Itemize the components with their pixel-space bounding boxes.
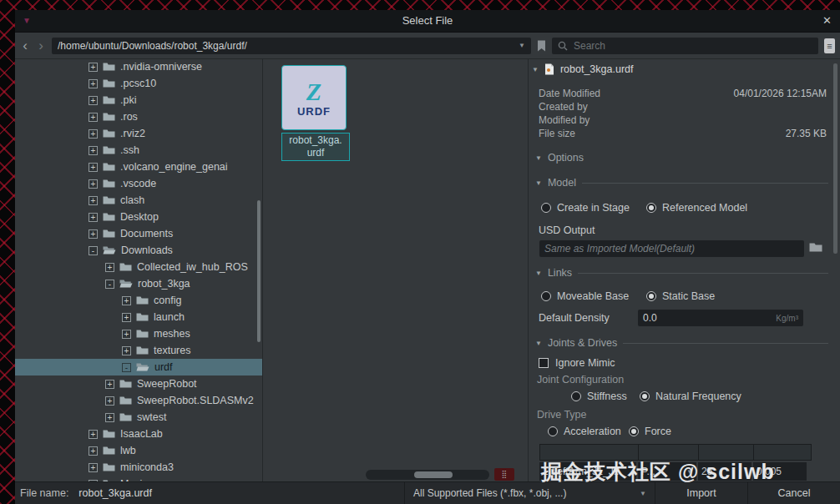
close-icon[interactable]: ✕ — [822, 14, 832, 27]
tree-item[interactable]: + Collected_iw_hub_ROS — [15, 259, 262, 275]
path-input[interactable] — [58, 40, 514, 52]
back-button[interactable]: ‹ — [20, 38, 30, 54]
tree-item[interactable]: + SweepRobot.SLDASMv2 — [15, 392, 262, 409]
tree-item[interactable]: + .rviz2 — [15, 125, 262, 142]
bookmark-icon[interactable] — [537, 40, 546, 52]
joints-drives-section-title: Joints & Drives — [548, 337, 617, 349]
tree-item[interactable]: + Documents — [15, 225, 262, 242]
tree-item[interactable]: + textures — [15, 342, 262, 359]
tree-item[interactable]: + .pki — [15, 92, 262, 108]
path-field[interactable]: ▼ — [52, 38, 531, 54]
tree-expander-icon[interactable]: + — [105, 263, 114, 272]
tree-item[interactable]: + SweepRobot — [15, 375, 262, 392]
tree-item[interactable]: + swtest — [15, 409, 262, 426]
tree-expander-icon[interactable]: + — [89, 113, 98, 122]
tree-expander-icon[interactable]: + — [89, 213, 98, 222]
tree-item[interactable]: + .volcano_engine_genai — [15, 159, 262, 175]
tree-expander-icon[interactable]: + — [89, 196, 98, 205]
collapse-icon[interactable]: ▼ — [535, 340, 542, 347]
info-label: Date Modified — [539, 88, 600, 99]
horizontal-scrollbar-handle[interactable] — [414, 471, 453, 478]
browse-folder-icon[interactable] — [809, 242, 822, 253]
tree-expander-icon[interactable]: + — [89, 446, 98, 456]
collapse-icon[interactable]: ▼ — [535, 154, 542, 162]
usd-output-field[interactable] — [539, 240, 804, 257]
tree-item[interactable]: + Desktop — [15, 209, 262, 225]
tree-expander-icon[interactable]: + — [122, 346, 131, 355]
tree-item[interactable]: + clash — [15, 192, 262, 209]
tree-scrollbar[interactable] — [257, 200, 261, 342]
radio-option[interactable]: Acceleration — [548, 426, 629, 437]
forward-button[interactable]: › — [36, 38, 46, 54]
file-name-value[interactable]: robot_3kga.urdf — [78, 487, 404, 499]
radio-option[interactable]: Static Base — [646, 290, 715, 302]
selected-file-header[interactable]: ▼ robot_3kga.urdf — [532, 63, 633, 75]
collapse-icon[interactable]: ▼ — [535, 179, 542, 187]
tree-item[interactable]: - robot_3kga — [15, 275, 262, 292]
usd-output-input[interactable] — [544, 243, 799, 255]
folder-icon — [103, 62, 115, 72]
view-options-button[interactable]: ≡ — [824, 38, 835, 53]
model-section-header[interactable]: ▼ Model — [535, 177, 828, 189]
radio-option[interactable]: Create in Stage — [541, 202, 646, 214]
radio-icon — [541, 203, 551, 213]
tree-item[interactable]: + lwb — [15, 442, 262, 459]
search-input[interactable] — [574, 40, 812, 52]
tree-expander-icon[interactable]: + — [89, 179, 98, 189]
tree-expander-icon[interactable]: + — [89, 430, 98, 439]
tree-expander-icon[interactable]: + — [122, 313, 131, 322]
horizontal-scrollbar[interactable] — [366, 470, 489, 480]
tree-expander-icon[interactable]: + — [89, 129, 98, 139]
tree-item[interactable]: - urdf — [15, 359, 262, 375]
tree-expander-icon[interactable]: - — [89, 246, 98, 255]
links-section-header[interactable]: ▼ Links — [535, 267, 828, 279]
tree-item[interactable]: + .pcsc10 — [15, 75, 262, 92]
tree-item[interactable]: + .vscode — [15, 175, 262, 192]
tree-expander-icon[interactable]: + — [105, 380, 114, 389]
tree-expander-icon[interactable]: + — [89, 96, 98, 105]
tree-expander-icon[interactable]: + — [105, 413, 114, 422]
file-card-robot-3kga-urdf[interactable]: Z URDF robot_3kga. urdf — [281, 65, 350, 161]
tree-expander-icon[interactable]: + — [122, 330, 131, 339]
tree-expander-icon[interactable]: - — [105, 280, 114, 289]
radio-label: Natural Frequency — [655, 391, 741, 402]
folder-icon — [103, 229, 115, 239]
tree-expander-icon[interactable]: + — [89, 79, 98, 88]
tree-expander-icon[interactable]: - — [122, 363, 131, 372]
tree-item[interactable]: + config — [15, 292, 262, 309]
ignore-mimic-checkbox[interactable] — [539, 358, 549, 368]
tree-item[interactable]: + meshes — [15, 325, 262, 342]
collapse-icon[interactable]: ▼ — [535, 270, 542, 277]
grid-view-icon[interactable]: ⣿ — [494, 468, 514, 481]
tree-expander-icon[interactable]: + — [122, 296, 131, 305]
collapse-icon[interactable]: ▼ — [532, 66, 539, 73]
tree-item[interactable]: + IsaacLab — [15, 426, 262, 442]
tree-item[interactable]: + miniconda3 — [15, 459, 262, 476]
tree-item[interactable]: + launch — [15, 309, 262, 325]
tree-item[interactable]: + .ssh — [15, 142, 262, 159]
radio-option[interactable]: Force — [629, 426, 671, 437]
joints-drives-section-header[interactable]: ▼ Joints & Drives — [535, 337, 828, 349]
properties-scrollbar[interactable] — [833, 63, 837, 254]
tree-expander-icon[interactable]: + — [89, 146, 98, 155]
tree-expander-icon[interactable]: + — [89, 463, 98, 472]
tree-expander-icon[interactable]: + — [89, 163, 98, 172]
tree-item[interactable]: + .nvidia-omniverse — [15, 58, 262, 75]
tree-expander-icon[interactable]: + — [89, 229, 98, 239]
ignore-mimic-row[interactable]: Ignore Mimic — [539, 357, 615, 369]
tree-item[interactable]: - Downloads — [15, 242, 262, 259]
radio-option[interactable]: Natural Frequency — [640, 391, 741, 402]
info-value: 04/01/2026 12:15AM — [734, 88, 827, 99]
folder-icon — [103, 446, 115, 456]
tree-expander-icon[interactable]: + — [105, 396, 114, 406]
options-section-header[interactable]: ▼ Options — [535, 152, 828, 164]
radio-option[interactable]: Stiffness — [571, 391, 640, 402]
search-field[interactable] — [552, 38, 818, 54]
path-dropdown-icon[interactable]: ▼ — [519, 42, 525, 49]
default-density-field[interactable]: Kg/m³ — [638, 310, 803, 326]
radio-option[interactable]: Referenced Model — [646, 202, 747, 214]
default-density-input[interactable] — [643, 312, 693, 324]
tree-item[interactable]: + .ros — [15, 108, 262, 125]
radio-option[interactable]: Moveable Base — [541, 290, 646, 302]
tree-expander-icon[interactable]: + — [89, 63, 98, 72]
